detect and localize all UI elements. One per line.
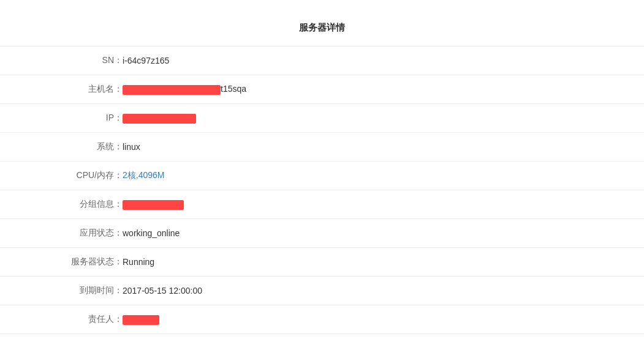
table-row: 服务器状态： Running: [0, 248, 644, 277]
table-row: 应用状态： working_online: [0, 219, 644, 248]
ip-value: [123, 104, 644, 133]
table-row: 责任人：: [0, 305, 644, 334]
owner-redacted: [123, 315, 159, 325]
table-row: 主机名： t15sqa: [0, 75, 644, 104]
cpu-mem-value: 2核,4096M: [123, 162, 644, 190]
table-row: IP：: [0, 104, 644, 133]
server-status-value: Running: [123, 248, 644, 277]
os-label: 系统：: [0, 133, 123, 162]
group-label: 分组信息：: [0, 190, 123, 219]
ip-redacted: [123, 114, 196, 124]
table-row: 分组信息：: [0, 190, 644, 219]
ip-label: IP：: [0, 104, 123, 133]
manager-value: [123, 334, 644, 340]
owner-label: 责任人：: [0, 305, 123, 334]
hostname-value: t15sqa: [123, 75, 644, 104]
cpu-mem-label: CPU/内存：: [0, 162, 123, 190]
table-row: 管理者：: [0, 334, 644, 340]
manager-label: 管理者：: [0, 334, 123, 340]
server-status-label: 服务器状态：: [0, 248, 123, 277]
sn-label: SN：: [0, 47, 123, 75]
page-title: 服务器详情: [0, 12, 644, 47]
expire-time-label: 到期时间：: [0, 277, 123, 305]
app-status-label: 应用状态：: [0, 219, 123, 248]
group-value: [123, 190, 644, 219]
expire-time-value: 2017-05-15 12:00:00: [123, 277, 644, 305]
os-value: linux: [123, 133, 644, 162]
detail-table: SN： i-64c97z165 主机名： t15sqa IP：: [0, 47, 644, 339]
group-redacted: [123, 200, 184, 210]
sn-value: i-64c97z165: [123, 47, 644, 75]
table-row: SN： i-64c97z165: [0, 47, 644, 75]
table-row: 系统： linux: [0, 133, 644, 162]
app-status-value: working_online: [123, 219, 644, 248]
page-container: 服务器详情 SN： i-64c97z165 主机名： t15sqa IP：: [0, 0, 644, 339]
owner-value: [123, 305, 644, 334]
table-row: CPU/内存： 2核,4096M: [0, 162, 644, 190]
hostname-redacted: [123, 85, 221, 95]
hostname-label: 主机名：: [0, 75, 123, 104]
table-row: 到期时间： 2017-05-15 12:00:00: [0, 277, 644, 305]
